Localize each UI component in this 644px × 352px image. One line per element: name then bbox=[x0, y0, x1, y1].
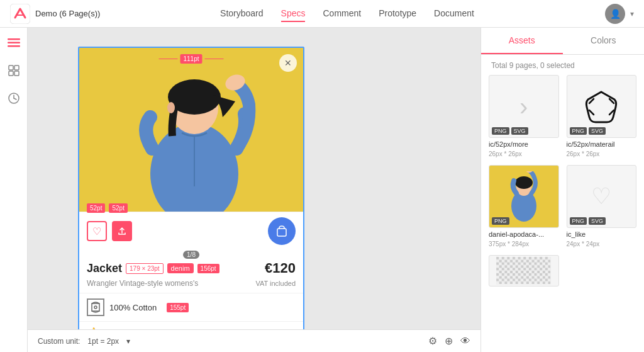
asset-item-daniel[interactable]: PNG daniel-apodaca-... 375px * 284px bbox=[489, 165, 559, 247]
tab-assets[interactable]: Assets bbox=[481, 28, 563, 54]
svg-rect-18 bbox=[277, 229, 286, 236]
material-icon bbox=[87, 298, 104, 316]
badge-svg: SVG bbox=[511, 127, 528, 135]
svg-point-23 bbox=[515, 176, 533, 189]
asset-badges-ic-material: PNG SVG bbox=[570, 127, 606, 135]
dim-155pt: 155pt bbox=[167, 303, 189, 312]
nav-comment[interactable]: Comment bbox=[323, 6, 361, 22]
app-logo bbox=[10, 4, 30, 24]
nav-prototype[interactable]: Prototype bbox=[379, 6, 416, 22]
asset-badges-ic-more: PNG SVG bbox=[492, 127, 528, 135]
asset-name-ic-like: ic_like bbox=[567, 230, 637, 238]
svg-rect-7 bbox=[14, 71, 19, 76]
settings-icon[interactable]: ⚙ bbox=[428, 335, 437, 347]
product-subtitle-row: Wrangler Vintage-style womens's VAT incl… bbox=[79, 279, 303, 293]
svg-rect-4 bbox=[9, 65, 13, 70]
panel-tabs: Assets Colors bbox=[481, 28, 644, 55]
svg-rect-5 bbox=[14, 65, 19, 70]
badge-png3: PNG bbox=[492, 217, 509, 225]
asset-name-daniel: daniel-apodaca-... bbox=[489, 230, 559, 238]
badge-png2: PNG bbox=[570, 127, 587, 135]
badge-svg4: SVG bbox=[589, 217, 606, 225]
sidebar-pages-icon[interactable] bbox=[6, 63, 21, 78]
asset-badges-ic-like: PNG SVG bbox=[570, 217, 606, 225]
zoom-in-icon[interactable]: ⊕ bbox=[445, 335, 453, 347]
asset-size-ic-more: 26px * 26px bbox=[489, 150, 559, 157]
svg-rect-2 bbox=[8, 42, 20, 44]
mockup-container: ✕ 111pt 52pt 52pt ♡ bbox=[78, 47, 304, 345]
cart-button[interactable] bbox=[268, 217, 296, 245]
badge-png4: PNG bbox=[570, 217, 587, 225]
materials-row: 100% Cotton 155pt bbox=[79, 293, 303, 321]
svg-rect-3 bbox=[8, 45, 20, 47]
material-text: 100% Cotton bbox=[109, 303, 157, 312]
asset-thumb-daniel: PNG bbox=[489, 165, 559, 228]
asset-thumb-5 bbox=[489, 255, 559, 287]
nav-document[interactable]: Document bbox=[434, 6, 474, 22]
sidebar-history-icon[interactable] bbox=[6, 91, 21, 106]
nav-right: 👤 ▾ bbox=[584, 4, 634, 24]
asset-item-ic-material[interactable]: PNG SVG ic/52px/materail 26px * 26px bbox=[567, 75, 637, 157]
nav-specs[interactable]: Specs bbox=[281, 6, 306, 22]
asset-name-ic-more: ic/52px/more bbox=[489, 140, 559, 148]
product-image: ✕ 111pt bbox=[79, 48, 303, 212]
svg-rect-6 bbox=[9, 71, 13, 76]
right-panel: Assets Colors Total 9 pages, 0 selected … bbox=[480, 28, 644, 352]
svg-line-10 bbox=[14, 98, 16, 99]
checkerboard-pattern bbox=[492, 257, 555, 284]
product-subtitle: Wrangler Vintage-style womens's bbox=[87, 279, 198, 288]
dimension-111pt: 111pt bbox=[158, 54, 223, 64]
eye-icon[interactable]: 👁 bbox=[460, 336, 470, 347]
logo-area: Demo (6 Page(s)) bbox=[10, 4, 111, 24]
close-button[interactable]: ✕ bbox=[279, 54, 297, 72]
action-row: 52pt 52pt ♡ 1/8 bbox=[79, 212, 303, 250]
sidebar-layers-icon[interactable] bbox=[6, 35, 21, 50]
unit-value: 1pt = 2px bbox=[87, 337, 119, 346]
badge-png: PNG bbox=[492, 127, 509, 135]
main-layout: ✕ 111pt 52pt 52pt ♡ bbox=[0, 28, 644, 352]
like-icon: ♡ bbox=[591, 183, 611, 210]
asset-thumb-ic-more: › PNG SVG bbox=[489, 75, 559, 138]
badge-svg2: SVG bbox=[589, 127, 606, 135]
avatar-dropdown[interactable]: ▾ bbox=[630, 9, 634, 18]
svg-rect-29 bbox=[497, 257, 551, 284]
asset-size-ic-like: 24px * 24px bbox=[567, 241, 637, 247]
left-sidebar bbox=[0, 28, 28, 352]
user-avatar[interactable]: 👤 bbox=[605, 4, 625, 24]
nav-links: Storyboard Specs Comment Prototype Docum… bbox=[111, 6, 584, 22]
asset-badges-daniel: PNG bbox=[492, 217, 509, 225]
asset-thumb-ic-like: ♡ PNG SVG bbox=[567, 165, 637, 228]
asset-item-ic-more[interactable]: › PNG SVG ic/52px/more 26px * 26px bbox=[489, 75, 559, 157]
unit-label: Custom unit: bbox=[38, 337, 80, 346]
asset-item-5[interactable] bbox=[489, 255, 559, 287]
product-price: €120 bbox=[265, 260, 296, 276]
asset-item-ic-like[interactable]: ♡ PNG SVG ic_like 24px * 24px bbox=[567, 165, 637, 247]
asset-name-ic-material: ic/52px/materail bbox=[567, 140, 637, 148]
chevron-icon: › bbox=[519, 93, 528, 121]
page-indicator: 1/8 bbox=[183, 251, 199, 259]
asset-thumb-ic-material: PNG SVG bbox=[567, 75, 637, 138]
top-navigation: Demo (6 Page(s)) Storyboard Specs Commen… bbox=[0, 0, 644, 28]
unit-dropdown-icon[interactable]: ▾ bbox=[126, 337, 130, 346]
nav-storyboard[interactable]: Storyboard bbox=[220, 6, 263, 22]
panel-subtitle: Total 9 pages, 0 selected bbox=[481, 55, 644, 75]
top-dim-badges: 52pt 52pt bbox=[87, 203, 128, 213]
assets-grid: › PNG SVG ic/52px/more 26px * 26px bbox=[481, 75, 644, 287]
tab-colors[interactable]: Colors bbox=[563, 28, 645, 54]
svg-rect-0 bbox=[10, 4, 30, 24]
heart-button[interactable]: ♡ bbox=[87, 221, 107, 241]
asset-size-ic-material: 26px * 26px bbox=[567, 150, 637, 157]
material-shape-icon bbox=[584, 89, 619, 124]
photo-silhouette bbox=[505, 171, 543, 222]
product-tag-denim: denim bbox=[167, 263, 194, 273]
canvas-area[interactable]: ✕ 111pt 52pt 52pt ♡ bbox=[28, 28, 480, 352]
svg-point-19 bbox=[94, 306, 97, 309]
svg-point-17 bbox=[167, 102, 175, 113]
bottom-bar: Custom unit: 1pt = 2px ▾ ⚙ ⊕ 👁 bbox=[28, 329, 480, 352]
svg-rect-1 bbox=[8, 38, 20, 40]
product-name: Jacket bbox=[87, 262, 122, 275]
app-title: Demo (6 Page(s)) bbox=[35, 9, 100, 18]
product-photo bbox=[79, 48, 303, 212]
share-button[interactable] bbox=[112, 221, 132, 241]
bottom-bar-icons: ⚙ ⊕ 👁 bbox=[428, 335, 470, 347]
